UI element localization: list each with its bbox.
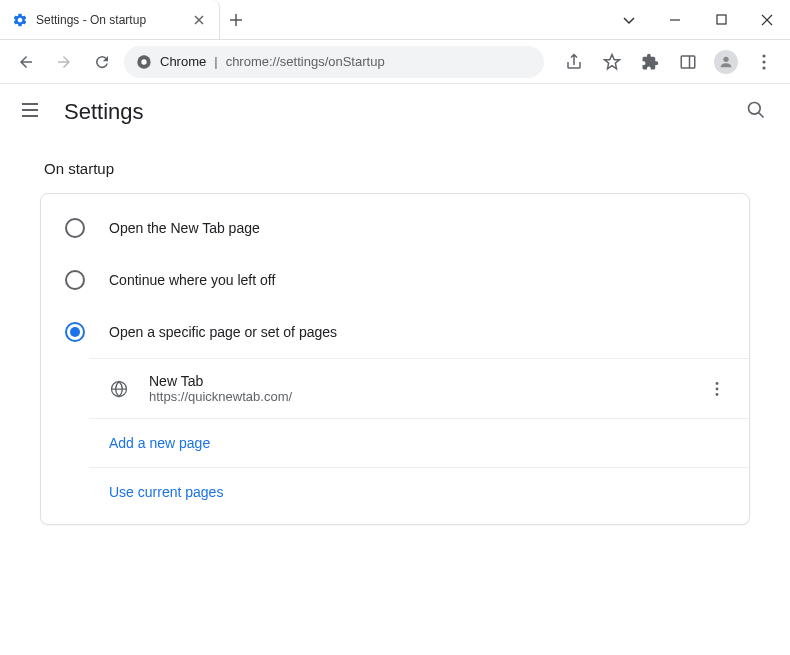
browser-toolbar: Chrome | chrome://settings/onStartup <box>0 40 790 84</box>
svg-point-4 <box>723 56 728 61</box>
option-continue[interactable]: Continue where you left off <box>41 254 749 306</box>
option-specific-pages[interactable]: Open a specific page or set of pages <box>41 306 749 358</box>
maximize-button[interactable] <box>698 0 744 40</box>
svg-point-5 <box>762 54 765 57</box>
close-tab-icon[interactable] <box>191 12 207 28</box>
profile-button[interactable] <box>710 46 742 78</box>
menu-button[interactable] <box>748 46 780 78</box>
svg-point-7 <box>762 66 765 69</box>
more-icon[interactable] <box>709 381 729 397</box>
svg-point-6 <box>762 60 765 63</box>
share-icon[interactable] <box>558 46 590 78</box>
radio-icon <box>65 322 85 342</box>
address-prefix: Chrome <box>160 54 206 69</box>
svg-point-10 <box>716 382 719 385</box>
chevron-down-icon[interactable] <box>606 0 652 40</box>
browser-tab[interactable]: Settings - On startup <box>0 0 220 39</box>
radio-label: Open a specific page or set of pages <box>109 324 337 340</box>
startup-page-row: New Tab https://quicknewtab.com/ <box>89 359 749 419</box>
page-name: New Tab <box>149 373 689 389</box>
svg-rect-3 <box>681 56 695 68</box>
tab-title: Settings - On startup <box>36 13 183 27</box>
close-button[interactable] <box>744 0 790 40</box>
radio-label: Open the New Tab page <box>109 220 260 236</box>
search-icon[interactable] <box>746 100 770 124</box>
chrome-icon <box>136 54 152 70</box>
radio-label: Continue where you left off <box>109 272 275 288</box>
new-tab-button[interactable] <box>220 0 252 39</box>
settings-header: Settings <box>0 84 790 140</box>
hamburger-icon[interactable] <box>20 100 44 124</box>
option-new-tab[interactable]: Open the New Tab page <box>41 202 749 254</box>
avatar-icon <box>714 50 738 74</box>
address-url: chrome://settings/onStartup <box>226 54 385 69</box>
page-url: https://quicknewtab.com/ <box>149 389 689 404</box>
radio-icon <box>65 218 85 238</box>
svg-point-2 <box>141 59 146 64</box>
svg-point-8 <box>749 103 761 115</box>
window-controls <box>606 0 790 39</box>
specific-pages-list: New Tab https://quicknewtab.com/ Add a n… <box>89 358 749 516</box>
radio-icon <box>65 270 85 290</box>
startup-card: Open the New Tab page Continue where you… <box>40 193 750 525</box>
svg-point-12 <box>716 393 719 396</box>
address-bar[interactable]: Chrome | chrome://settings/onStartup <box>124 46 544 78</box>
minimize-button[interactable] <box>652 0 698 40</box>
extensions-icon[interactable] <box>634 46 666 78</box>
use-current-link[interactable]: Use current pages <box>89 468 749 516</box>
svg-point-11 <box>716 387 719 390</box>
reload-button[interactable] <box>86 46 118 78</box>
section-title: On startup <box>40 160 750 177</box>
add-page-link[interactable]: Add a new page <box>89 419 749 468</box>
svg-rect-0 <box>717 15 726 24</box>
globe-icon <box>109 379 129 399</box>
page-title: Settings <box>64 99 144 125</box>
window-titlebar: Settings - On startup <box>0 0 790 40</box>
address-divider: | <box>214 54 217 69</box>
forward-button[interactable] <box>48 46 80 78</box>
sidepanel-icon[interactable] <box>672 46 704 78</box>
settings-content: On startup Open the New Tab page Continu… <box>0 140 790 545</box>
gear-icon <box>12 12 28 28</box>
star-icon[interactable] <box>596 46 628 78</box>
back-button[interactable] <box>10 46 42 78</box>
